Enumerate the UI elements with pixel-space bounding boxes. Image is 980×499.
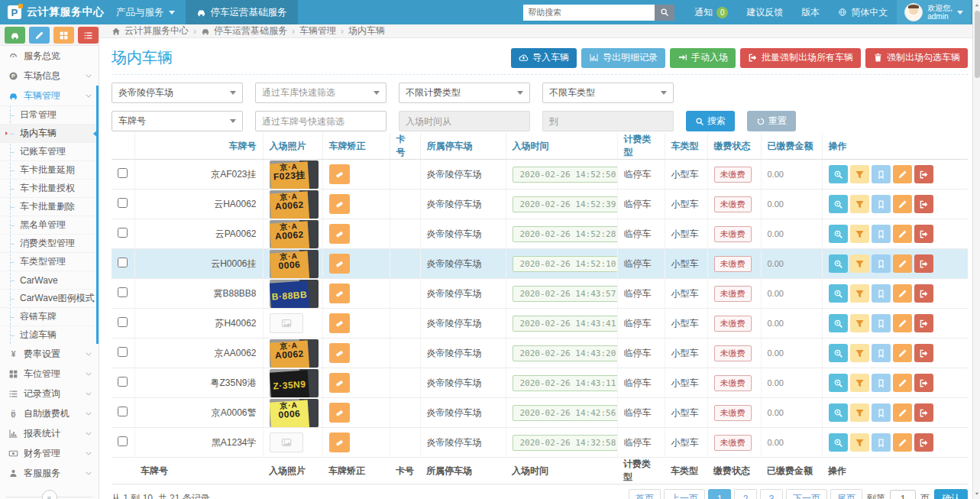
sidebar-subitem-记账车管理[interactable]: 记账车管理 [0, 142, 99, 160]
page-button-1[interactable]: 1 [708, 489, 731, 499]
row-checkbox[interactable] [118, 198, 128, 208]
sidebar-subitem-车卡批量延期[interactable]: 车卡批量延期 [0, 160, 99, 179]
row-checkbox[interactable] [118, 436, 128, 446]
sidebar-item-客服服务[interactable]: 客服服务 [0, 463, 99, 483]
row-action-filter-button[interactable] [850, 225, 869, 243]
plate-correct-button[interactable] [329, 224, 350, 244]
entry-photo[interactable]: 京·AA0062 [270, 190, 319, 219]
toolbar-button-导出明细记录[interactable]: 导出明细记录 [581, 48, 665, 68]
notifications-link[interactable]: 通知 0 [685, 0, 737, 24]
plate-correct-button[interactable] [329, 194, 350, 214]
row-checkbox[interactable] [118, 287, 128, 297]
goto-confirm-button[interactable]: 确认 [934, 489, 968, 499]
plate-filter-input[interactable] [255, 111, 387, 131]
row-action-zoom-in-button[interactable] [829, 403, 848, 422]
entry-photo[interactable]: 京·A0006 [270, 399, 319, 427]
row-action-zoom-in-button[interactable] [829, 225, 848, 243]
sidebar-subitem-CarWave[interactable]: CarWave [0, 271, 99, 289]
row-action-sign-out-button[interactable] [914, 314, 933, 332]
parking-lot-select[interactable]: 炎帝陵停车场 [112, 83, 243, 103]
row-checkbox[interactable] [118, 407, 128, 416]
scrollbar-down-arrow[interactable] [974, 490, 980, 497]
row-action-filter-button[interactable] [850, 403, 869, 422]
sidebar-subitem-过滤车辆[interactable]: 过滤车辆 [0, 326, 99, 344]
row-action-pencil-button[interactable] [893, 433, 912, 452]
row-action-zoom-in-button[interactable] [829, 254, 848, 273]
sidebar-item-财务管理[interactable]: 财务管理 [0, 443, 99, 463]
row-action-bookmark-button[interactable] [872, 195, 891, 213]
top-nav-item[interactable]: 停车运营基础服务 [186, 0, 298, 24]
version-link[interactable]: 版本 [792, 0, 829, 24]
row-action-bookmark-button[interactable] [872, 344, 891, 362]
scrollbar-thumb[interactable] [975, 11, 980, 78]
sidebar-subitem-车卡批量删除[interactable]: 车卡批量删除 [0, 197, 99, 215]
row-action-pencil-button[interactable] [893, 314, 912, 332]
row-action-zoom-in-button[interactable] [829, 284, 848, 303]
plate-correct-button[interactable] [329, 284, 350, 303]
plate-correct-button[interactable] [329, 403, 350, 423]
row-action-zoom-in-button[interactable] [829, 344, 848, 362]
row-action-sign-out-button[interactable] [914, 225, 933, 243]
row-action-filter-button[interactable] [850, 254, 869, 273]
sidebar-subitem-消费类型管理[interactable]: 消费类型管理 [0, 234, 99, 252]
row-action-pencil-button[interactable] [893, 225, 912, 243]
row-checkbox[interactable] [118, 228, 128, 238]
entry-photo[interactable]: Z·35N9 [270, 369, 319, 397]
sidebar-subitem-车卡批量授权[interactable]: 车卡批量授权 [0, 179, 99, 197]
row-action-pencil-button[interactable] [893, 284, 912, 303]
billing-type-select[interactable]: 不限计费类型 [399, 83, 530, 103]
app-logo[interactable]: P 云计算服务中心 [0, 0, 105, 24]
row-action-sign-out-button[interactable] [914, 284, 933, 303]
breadcrumb-item[interactable]: 车辆管理 [299, 24, 336, 37]
row-action-bookmark-button[interactable] [872, 284, 891, 303]
row-action-filter-button[interactable] [850, 284, 869, 303]
row-action-pencil-button[interactable] [893, 254, 912, 273]
sidebar-subitem-容错车牌[interactable]: 容错车牌 [0, 307, 99, 326]
row-action-bookmark-button[interactable] [872, 225, 891, 243]
sidebar-subitem-CarWave图例模式[interactable]: CarWave图例模式 [0, 289, 99, 307]
sidebar-item-记录查询[interactable]: 记录查询 [0, 384, 99, 403]
sidebar-item-费率设置[interactable]: ¥费率设置 [0, 344, 99, 364]
entry-photo[interactable]: 京·AF023挂 [270, 160, 319, 189]
toolbar-button-导入车辆[interactable]: 导入车辆 [511, 48, 577, 68]
row-action-zoom-in-button[interactable] [829, 195, 848, 213]
help-search-button[interactable] [655, 5, 674, 21]
sidebar-subitem-场内车辆[interactable]: 场内车辆 [0, 124, 99, 142]
quick-button-list[interactable] [78, 27, 99, 44]
page-button-首页[interactable]: 首页 [629, 489, 661, 499]
breadcrumb-item[interactable]: 停车运营基础服务 [201, 24, 287, 37]
sidebar-item-车场信息[interactable]: P车场信息 [0, 66, 99, 86]
row-action-pencil-button[interactable] [893, 344, 912, 362]
row-action-bookmark-button[interactable] [872, 165, 891, 183]
feedback-link[interactable]: 建议反馈 [737, 0, 792, 24]
page-button-3[interactable]: 3 [760, 489, 783, 499]
row-action-zoom-in-button[interactable] [829, 433, 848, 452]
entry-time-from-input[interactable] [399, 111, 530, 131]
breadcrumb-item[interactable]: 云计算服务中心 [112, 24, 189, 37]
row-action-sign-out-button[interactable] [914, 344, 933, 362]
row-action-bookmark-button[interactable] [872, 314, 891, 332]
sidebar-collapse-button[interactable]: « [42, 490, 57, 499]
toolbar-button-强制出场勾选车辆[interactable]: 强制出场勾选车辆 [865, 48, 968, 68]
plate-correct-button[interactable] [329, 254, 350, 274]
page-button-2[interactable]: 2 [734, 489, 757, 499]
sidebar-item-报表统计[interactable]: 报表统计 [0, 423, 99, 443]
garage-filter-select[interactable]: 通过车库快速筛选 [255, 83, 387, 103]
sidebar-item-车位管理[interactable]: 车位管理 [0, 364, 99, 384]
user-menu[interactable]: 欢迎您,admin [897, 0, 971, 24]
plate-correct-button[interactable] [329, 343, 350, 363]
row-action-sign-out-button[interactable] [914, 254, 933, 273]
entry-photo[interactable]: 京·A0006 [270, 250, 319, 278]
row-action-filter-button[interactable] [850, 433, 869, 452]
toolbar-button-手动入场[interactable]: 手动入场 [670, 48, 736, 68]
row-action-filter-button[interactable] [850, 344, 869, 362]
goto-page-input[interactable] [890, 490, 916, 499]
row-action-sign-out-button[interactable] [914, 403, 933, 422]
plate-field-select[interactable]: 车牌号 [112, 111, 243, 131]
row-action-bookmark-button[interactable] [872, 403, 891, 422]
language-switcher[interactable]: 简体中文 [829, 0, 897, 24]
search-button[interactable]: 搜索 [686, 111, 735, 131]
quick-button-pencil[interactable] [29, 27, 50, 44]
row-checkbox[interactable] [118, 347, 128, 357]
row-action-bookmark-button[interactable] [872, 433, 891, 452]
